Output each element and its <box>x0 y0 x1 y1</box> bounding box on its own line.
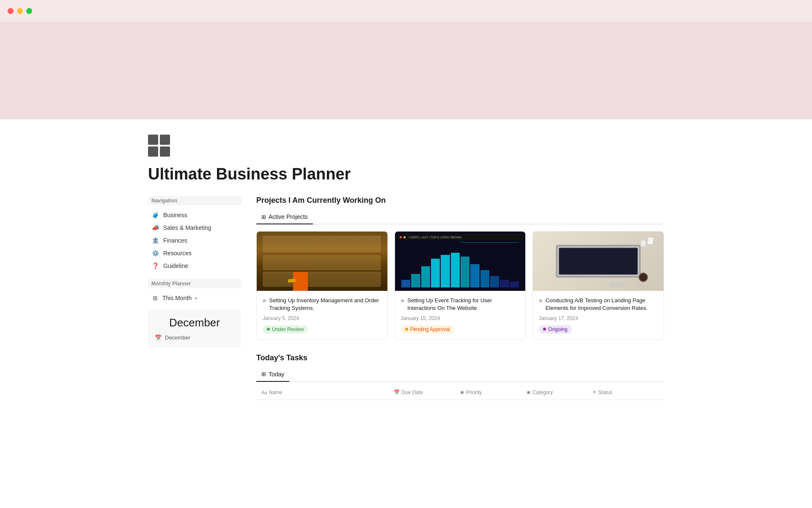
col-due-date: 📅 Due Date <box>394 389 460 395</box>
col-category: ◉ Category <box>527 389 593 395</box>
main-content: Projects I Am Currently Working On ⊞ Act… <box>256 196 664 414</box>
project-card-image: USERS: LAST 7 DAYS USING MEDIAN <box>395 232 526 291</box>
col-status: ✦ Status <box>593 389 659 395</box>
project-card-title: ≡ Setting Up Event Tracking for User Int… <box>401 297 520 312</box>
tasks-tabs: ⊞ Today <box>256 367 664 382</box>
sidebar-item-guideline[interactable]: ❓ Guideline <box>148 260 241 272</box>
calendar-card: December 📅 December <box>148 309 241 348</box>
circle-icon: ◉ <box>527 389 531 395</box>
minimize-button[interactable] <box>17 8 23 14</box>
question-icon: ❓ <box>151 262 159 270</box>
tab-today[interactable]: ⊞ Today <box>256 367 289 382</box>
grid-icon: ⊞ <box>151 294 159 302</box>
sidebar-item-label: Sales & Marketing <box>163 224 211 231</box>
sidebar-item-label: Resources <box>163 250 192 257</box>
logo-cell <box>148 146 158 157</box>
logo-area <box>148 119 664 165</box>
tab-active-projects[interactable]: ⊞ Active Projects <box>256 210 313 224</box>
col-name: Aa Name <box>261 389 394 395</box>
status-dot <box>267 328 270 331</box>
text-icon: Aa <box>261 390 267 395</box>
project-card-body: ≡ Setting Up Inventory Management and Or… <box>257 291 387 340</box>
project-card-title: ≡ Conducting A/B Testing on Landing Page… <box>539 297 658 312</box>
sidebar-item-label: Finances <box>163 237 187 244</box>
project-date: January 15, 2024 <box>401 315 520 321</box>
titlebar <box>0 0 812 22</box>
hero-banner <box>0 22 812 119</box>
sidebar-item-label: Guideline <box>163 262 188 269</box>
status-dot <box>543 328 546 331</box>
projects-tabs: ⊞ Active Projects <box>256 210 664 224</box>
gear-icon: ⚙️ <box>151 249 159 257</box>
sidebar-item-label: Business <box>163 212 187 218</box>
tasks-section: Today's Tasks ⊞ Today Aa Name 📅 Due Date <box>256 353 664 400</box>
maximize-button[interactable] <box>26 8 32 14</box>
status-badge: Ongoing <box>539 325 571 334</box>
table-icon: ⊞ <box>261 371 266 377</box>
logo-cell <box>160 146 170 157</box>
project-card-image <box>533 232 664 291</box>
projects-section-title: Projects I Am Currently Working On <box>256 196 664 205</box>
sidebar: Navigation 🧳 Business 📣 Sales & Marketin… <box>148 196 241 414</box>
status-badge: Under Review <box>263 325 308 334</box>
this-month-label: This Month <box>162 295 192 301</box>
circle-icon: ◉ <box>460 389 464 395</box>
project-date: January 5, 2024 <box>263 315 381 321</box>
list-icon: ≡ <box>401 297 404 305</box>
list-icon: ≡ <box>263 297 266 305</box>
calendar-icon: 📅 <box>394 389 400 395</box>
projects-grid: ≡ Setting Up Inventory Management and Or… <box>256 231 664 340</box>
monthly-planner-section: Monthly Planner ⊞ This Month ▾ December … <box>148 279 241 348</box>
grid-icon: ⊞ <box>261 214 266 220</box>
project-card[interactable]: ≡ Setting Up Inventory Management and Or… <box>256 231 388 340</box>
calendar-icon: 📅 <box>155 334 162 341</box>
project-date: January 17, 2024 <box>539 315 658 321</box>
project-card-title: ≡ Setting Up Inventory Management and Or… <box>263 297 381 312</box>
calendar-footer-label: December <box>165 334 190 341</box>
logo-cell <box>160 135 170 145</box>
bank-icon: 🏦 <box>151 237 159 244</box>
col-priority: ◉ Priority <box>460 389 527 395</box>
tasks-table-header: Aa Name 📅 Due Date ◉ Priority ◉ Category <box>256 385 664 400</box>
sparkle-icon: ✦ <box>593 389 596 395</box>
briefcase-icon: 🧳 <box>151 211 159 219</box>
megaphone-icon: 📣 <box>151 224 159 232</box>
project-card-body: ≡ Conducting A/B Testing on Landing Page… <box>533 291 664 340</box>
project-card[interactable]: ≡ Conducting A/B Testing on Landing Page… <box>532 231 664 340</box>
close-button[interactable] <box>8 8 14 14</box>
this-month-item[interactable]: ⊞ This Month ▾ <box>148 292 241 304</box>
list-icon: ≡ <box>539 297 542 305</box>
logo-cell <box>148 135 158 145</box>
sidebar-item-resources[interactable]: ⚙️ Resources <box>148 247 241 260</box>
app-logo <box>148 135 170 157</box>
navigation-label: Navigation <box>148 196 241 205</box>
projects-section: Projects I Am Currently Working On ⊞ Act… <box>256 196 664 340</box>
navigation-section: Navigation 🧳 Business 📣 Sales & Marketin… <box>148 196 241 272</box>
project-card[interactable]: USERS: LAST 7 DAYS USING MEDIAN <box>395 231 526 340</box>
chevron-down-icon: ▾ <box>195 296 197 301</box>
status-dot <box>405 328 408 331</box>
monthly-planner-label: Monthly Planner <box>148 279 241 288</box>
tab-today-label: Today <box>269 371 284 378</box>
sidebar-item-finances[interactable]: 🏦 Finances <box>148 234 241 247</box>
page-title: Ultimate Business Planner <box>148 165 664 183</box>
calendar-footer: 📅 December <box>155 334 234 341</box>
sidebar-item-sales-marketing[interactable]: 📣 Sales & Marketing <box>148 221 241 234</box>
sidebar-item-business[interactable]: 🧳 Business <box>148 209 241 221</box>
calendar-month-display: December <box>155 316 234 329</box>
project-card-image <box>257 232 387 291</box>
tasks-section-title: Today's Tasks <box>256 353 664 362</box>
status-badge: Pending Approval <box>401 325 454 334</box>
project-card-body: ≡ Setting Up Event Tracking for User Int… <box>395 291 526 340</box>
tab-label: Active Projects <box>269 213 308 220</box>
